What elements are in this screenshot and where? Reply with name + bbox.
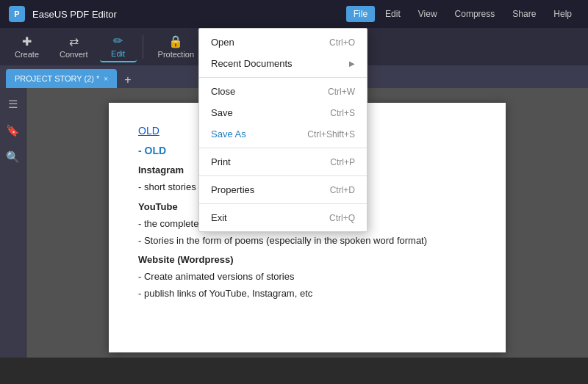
menu-item-open[interactable]: Open Ctrl+O xyxy=(199,32,367,53)
convert-label: Convert xyxy=(60,50,88,59)
menu-exit-shortcut: Ctrl+Q xyxy=(329,213,355,223)
menu-print-label: Print xyxy=(211,156,231,167)
sidebar-search-icon[interactable]: 🔍 xyxy=(3,147,24,167)
protection-label: Protection xyxy=(158,50,195,59)
platform-website: Website (Wordpress) xyxy=(138,253,476,268)
sidebar-bookmark-icon[interactable]: 🔖 xyxy=(3,120,24,141)
menu-file[interactable]: File xyxy=(346,6,375,22)
menu-item-exit[interactable]: Exit Ctrl+Q xyxy=(199,207,367,228)
menu-separator-4 xyxy=(199,203,367,204)
menu-item-close[interactable]: Close Ctrl+W xyxy=(199,81,367,102)
new-tab-button[interactable]: + xyxy=(120,72,135,88)
protection-button[interactable]: 🔒 Protection xyxy=(149,32,204,62)
menu-save-shortcut: Ctrl+S xyxy=(330,108,355,118)
tab-close-button[interactable]: × xyxy=(104,75,108,83)
create-button[interactable]: ✚ Create xyxy=(6,32,48,62)
menu-saveas-shortcut: Ctrl+Shift+S xyxy=(307,129,355,140)
menu-properties-shortcut: Ctrl+D xyxy=(330,185,355,195)
app-title: EaseUS PDF Editor xyxy=(32,9,117,20)
left-sidebar: ☰ 🔖 🔍 xyxy=(0,88,26,358)
menu-separator-3 xyxy=(199,175,367,176)
menu-item-recent[interactable]: Recent Documents ▶ xyxy=(199,53,367,74)
tab-label: PROJECT STORY (2) * xyxy=(15,74,99,83)
edit-button[interactable]: ✏ Edit xyxy=(100,31,137,62)
app-logo: P xyxy=(9,6,25,22)
menu-open-label: Open xyxy=(211,37,234,48)
bullet-4: - Create animated versions of stories xyxy=(138,269,476,285)
document-tab[interactable]: PROJECT STORY (2) * × xyxy=(6,69,117,88)
menu-close-label: Close xyxy=(211,86,235,97)
menu-edit[interactable]: Edit xyxy=(378,6,408,22)
menu-item-save[interactable]: Save Ctrl+S xyxy=(199,102,367,123)
convert-button[interactable]: ⇄ Convert xyxy=(51,32,97,62)
menu-properties-label: Properties xyxy=(211,184,254,195)
file-dropdown-menu: Open Ctrl+O Recent Documents ▶ Close Ctr… xyxy=(198,28,368,232)
protection-icon: 🔒 xyxy=(168,35,183,48)
convert-icon: ⇄ xyxy=(69,35,79,48)
menu-separator-1 xyxy=(199,77,367,78)
menu-separator-2 xyxy=(199,148,367,148)
edit-label: Edit xyxy=(111,49,125,58)
menu-item-properties[interactable]: Properties Ctrl+D xyxy=(199,179,367,200)
bullet-3: - Stories in the form of poems (especial… xyxy=(138,233,476,249)
bullet-5: - publish links of YouTube, Instagram, e… xyxy=(138,286,476,302)
menu-help[interactable]: Help xyxy=(546,6,579,22)
edit-icon: ✏ xyxy=(113,34,123,48)
create-label: Create xyxy=(15,50,39,59)
sidebar-pages-icon[interactable]: ☰ xyxy=(3,94,24,115)
menu-compress[interactable]: Compress xyxy=(448,6,503,22)
menu-exit-label: Exit xyxy=(211,212,227,223)
menu-view[interactable]: View xyxy=(411,6,445,22)
menu-print-shortcut: Ctrl+P xyxy=(330,157,355,167)
menu-item-saveas[interactable]: Save As Ctrl+Shift+S xyxy=(199,123,367,145)
menu-open-shortcut: Ctrl+O xyxy=(329,37,355,48)
menu-item-print[interactable]: Print Ctrl+P xyxy=(199,151,367,173)
title-bar: P EaseUS PDF Editor File Edit View Compr… xyxy=(0,0,588,28)
menu-save-label: Save xyxy=(211,107,233,118)
menu-bar: File Edit View Compress Share Help xyxy=(346,6,579,22)
menu-share[interactable]: Share xyxy=(505,6,543,22)
menu-saveas-label: Save As xyxy=(211,128,246,140)
menu-recent-label: Recent Documents xyxy=(211,58,293,69)
menu-close-shortcut: Ctrl+W xyxy=(328,87,355,97)
create-icon: ✚ xyxy=(22,35,32,48)
toolbar-divider xyxy=(143,35,143,59)
recent-arrow-icon: ▶ xyxy=(349,59,355,68)
